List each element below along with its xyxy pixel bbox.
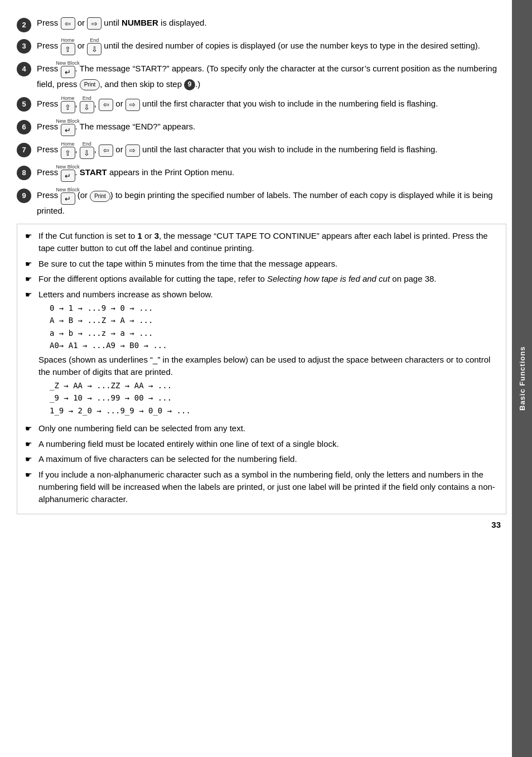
- main-content: 2 Press ⇦ or ⇨ until NUMBER is displayed…: [0, 0, 512, 757]
- key-right-arrow: ⇨: [87, 17, 101, 30]
- step-text-5: Press Home⇧ , End⇩ , ⇦ or ⇨ until the fi…: [37, 96, 506, 113]
- step-3: 3 Press Home⇧ or End⇩ until the desired …: [17, 38, 506, 55]
- seq-line3: a → b → ...z → a → ...: [50, 327, 498, 339]
- note-spaces-text: Spaces (shown as underlines “_” in the e…: [38, 355, 490, 377]
- note-6: ☛ A numbering field must be located enti…: [25, 438, 498, 450]
- note-icon-5: ☛: [25, 423, 35, 434]
- note-icon-3: ☛: [25, 273, 35, 285]
- step-text-3: Press Home⇧ or End⇩ until the desired nu…: [37, 38, 506, 55]
- note-icon-4: ☛: [25, 289, 35, 300]
- note-1: ☛ If the Cut function is set to 1 or 3, …: [25, 230, 498, 254]
- note-7: ☛ A maximum of five characters can be se…: [25, 453, 498, 465]
- step-4: 4 Press New Block↵ . The message “START?…: [17, 61, 506, 90]
- note-text-3: For the different options available for …: [38, 273, 498, 285]
- note-icon-7: ☛: [25, 454, 35, 465]
- seq-line4: A0→ A1 → ...A9 → B0 → ...: [50, 339, 498, 351]
- step-6: 6 Press New Block↵ . The message “END?” …: [17, 119, 506, 136]
- seq-line2: A → B → ...Z → A → ...: [50, 314, 498, 326]
- page-number: 33: [17, 520, 506, 529]
- key-right-7: ⇨: [125, 144, 140, 157]
- key-print-9: Print: [90, 191, 110, 202]
- sequences-2: _Z → AA → ...ZZ → AA → ... _9 → 10 → ...…: [50, 379, 498, 417]
- key-dn-end-5: End⇩: [80, 101, 94, 113]
- seq-line7: 1_9 → 2_0 → ...9_9 → 0_0 → ...: [50, 404, 498, 417]
- note-icon-6: ☛: [25, 438, 35, 450]
- note-text-7: A maximum of five characters can be sele…: [38, 453, 498, 465]
- seq-line5: _Z → AA → ...ZZ → AA → ...: [50, 379, 498, 392]
- seq-line1: 0 → 1 → ...9 → 0 → ...: [50, 302, 498, 314]
- sidebar-label: Basic Functions: [518, 346, 526, 411]
- step-num-6: 6: [17, 120, 31, 134]
- note-text-8: If you include a non-alphanumeric charac…: [38, 469, 498, 505]
- page-container: 2 Press ⇦ or ⇨ until NUMBER is displayed…: [0, 0, 532, 757]
- key-print-4: Print: [80, 79, 100, 90]
- seq-line6: _9 → 10 → ...99 → 00 → ...: [50, 392, 498, 404]
- sidebar-basic-functions: Basic Functions: [512, 0, 532, 757]
- step-7: 7 Press Home⇧ , End⇩ , ⇦ or ⇨ until the …: [17, 142, 506, 159]
- note-text-6: A numbering field must be located entire…: [38, 438, 498, 450]
- note-2: ☛ Be sure to cut the tape within 5 minut…: [25, 258, 498, 270]
- sequences: 0 → 1 → ...9 → 0 → ... A → B → ...Z → A …: [50, 302, 498, 352]
- key-up-home-7: Home⇧: [61, 147, 75, 159]
- note-8: ☛ If you include a non-alphanumeric char…: [25, 469, 498, 505]
- note-5: ☛ Only one numbering field can be select…: [25, 422, 498, 435]
- step-text-9: Press New Block↵ (or Print) to begin pri…: [37, 187, 506, 217]
- step-8: 8 Press New Block↵ . START appears in th…: [17, 165, 506, 182]
- step-num-8: 8: [17, 166, 31, 180]
- note-text-5: Only one numbering field can be selected…: [38, 422, 498, 435]
- step-5: 5 Press Home⇧ , End⇩ , ⇦ or ⇨ until the …: [17, 96, 506, 113]
- key-left-5: ⇦: [99, 99, 113, 111]
- step-text-8: Press New Block↵ . START appears in the …: [37, 165, 506, 182]
- key-up-home-5: Home⇧: [61, 101, 75, 113]
- key-enter-nb-6: New Block↵: [61, 124, 75, 136]
- note-icon-2: ☛: [25, 258, 35, 269]
- step-text-6: Press New Block↵ . The message “END?” ap…: [37, 119, 506, 136]
- note-text-1: If the Cut function is set to 1 or 3, th…: [38, 230, 498, 254]
- key-left-7: ⇦: [99, 144, 113, 157]
- note-text-4: Letters and numbers increase as shown be…: [38, 288, 498, 419]
- key-enter-nb-9: New Block↵: [61, 192, 75, 205]
- step-num-2: 2: [17, 18, 31, 32]
- step-text-2: Press ⇦ or ⇨ until NUMBER is displayed.: [37, 17, 506, 30]
- key-left-arrow: ⇦: [61, 17, 75, 30]
- key-up-home: Home⇧: [61, 43, 75, 55]
- step-text-4: Press New Block↵ . The message “START?” …: [37, 61, 506, 90]
- note-3: ☛ For the different options available fo…: [25, 273, 498, 285]
- key-enter-nb-4: New Block↵: [61, 66, 75, 78]
- key-enter-nb-8: New Block↵: [61, 170, 75, 182]
- notes-section: ☛ If the Cut function is set to 1 or 3, …: [17, 224, 506, 514]
- step-num-3: 3: [17, 39, 31, 54]
- key-dn-end: End⇩: [87, 43, 101, 55]
- step-num-5: 5: [17, 97, 31, 112]
- note-icon-1: ☛: [25, 230, 35, 242]
- step-num-4: 4: [17, 62, 31, 76]
- key-right-5: ⇨: [125, 99, 140, 111]
- key-dn-end-7: End⇩: [80, 147, 94, 159]
- step-9: 9 Press New Block↵ (or Print) to begin p…: [17, 187, 506, 217]
- note-text-2: Be sure to cut the tape within 5 minutes…: [38, 258, 498, 270]
- note-4: ☛ Letters and numbers increase as shown …: [25, 288, 498, 419]
- step-2: 2 Press ⇦ or ⇨ until NUMBER is displayed…: [17, 17, 506, 32]
- step-num-9: 9: [17, 189, 31, 203]
- step-text-7: Press Home⇧ , End⇩ , ⇦ or ⇨ until the la…: [37, 142, 506, 159]
- step-num-7: 7: [17, 143, 31, 157]
- note-icon-8: ☛: [25, 469, 35, 480]
